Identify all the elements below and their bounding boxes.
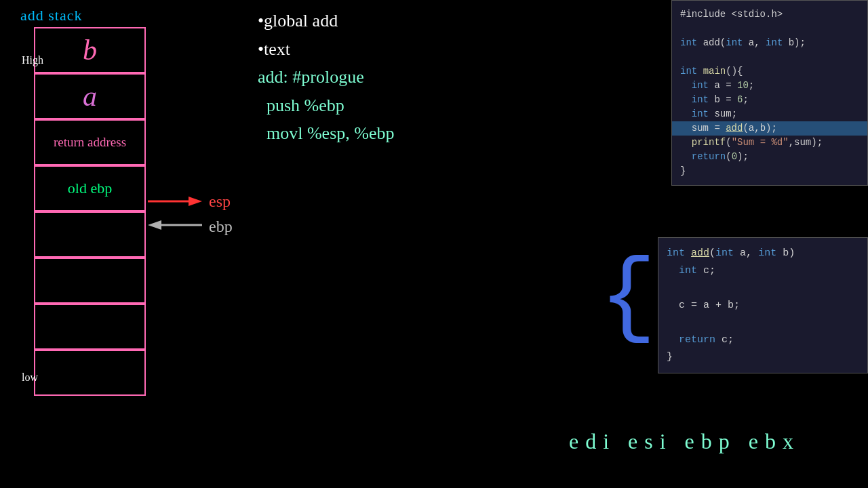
ebp-arrow (148, 216, 202, 238)
registers-text: edi esi ebp ebx (569, 429, 800, 453)
add-blank (667, 279, 859, 297)
asm-line2: •text (258, 35, 394, 64)
add-assign-line: c = a + b; (667, 297, 859, 314)
printf-line: printf("Sum = %d",sum); (680, 136, 859, 150)
add-code-box: int add(int a, int b) int c; c = a + b; … (658, 237, 868, 373)
registers-display: edi esi ebp ebx (569, 429, 800, 454)
blank-line-1 (680, 22, 859, 36)
stack-cell-empty1 (35, 211, 144, 258)
sum-assign-line: sum = add(a,b); (672, 121, 867, 136)
stack-cell-empty3 (35, 304, 144, 350)
b-decl-line: int b = 6; (680, 93, 859, 107)
a-decl-line: int a = 10; (680, 79, 859, 93)
add-close-line: } (667, 348, 859, 366)
cell-a-value: a (83, 80, 97, 113)
asm-line3: add: #prologue (258, 63, 394, 92)
blank-line-2 (680, 50, 859, 64)
add-open-line: int c; (667, 262, 859, 280)
sum-decl-line: int sum; (680, 107, 859, 121)
stack-cell-return: return address (35, 119, 144, 165)
add-decl-line: int add(int a, int b); (680, 36, 859, 50)
stack-title: add stack (20, 7, 149, 24)
esp-arrow-container: esp (148, 192, 231, 211)
svg-marker-3 (148, 220, 161, 230)
cell-return-value: return address (54, 135, 126, 150)
add-brace: { (599, 244, 656, 352)
stack-cell-empty2 (35, 258, 144, 304)
asm-line5: movl %esp, %ebp (258, 119, 394, 148)
stack-cell-empty4 (35, 350, 144, 396)
add-blank2 (667, 314, 859, 331)
add-sig-line: int add(int a, int b) (667, 245, 859, 262)
asm-line4: push %ebp (258, 92, 394, 120)
ebp-arrow-container: ebp (148, 216, 233, 238)
main-close-line: } (680, 164, 859, 178)
main-open-line: int main(){ (680, 64, 859, 79)
stack-cell-old-ebp: old ebp (35, 165, 144, 211)
stack-cell-b: b (35, 27, 144, 73)
svg-marker-1 (189, 197, 202, 206)
cell-b-value: b (83, 34, 97, 66)
low-label: low (22, 371, 38, 384)
stack-cell-a: a (35, 73, 144, 119)
asm-line1: •global add (258, 7, 394, 35)
add-return-line: return c; (667, 331, 859, 349)
stack-diagram: add stack High b a return address old eb… (20, 7, 149, 396)
esp-label: esp (209, 192, 231, 211)
esp-arrow (148, 192, 202, 211)
include-line: #include <stdio.h> (680, 7, 859, 22)
cell-old-ebp-value: old ebp (68, 180, 112, 197)
assembly-code: •global add •text add: #prologue push %e… (258, 7, 394, 148)
stack-cells: b a return address old ebp (34, 27, 146, 396)
main-code-box: #include <stdio.h> int add(int a, int b)… (671, 0, 868, 186)
ebp-label: ebp (209, 218, 233, 236)
return-line: return(0); (680, 150, 859, 164)
